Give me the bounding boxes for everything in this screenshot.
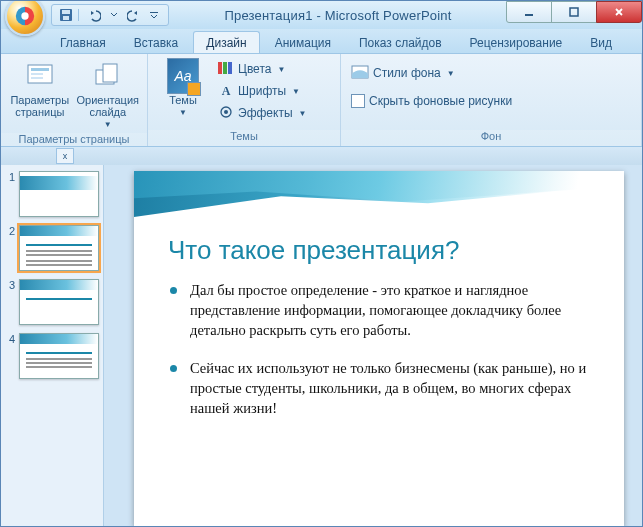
thumb-number: 2 [5, 225, 15, 237]
svg-rect-4 [63, 16, 69, 20]
minimize-button[interactable] [506, 1, 552, 23]
window-controls [507, 1, 642, 23]
svg-rect-7 [570, 8, 578, 16]
fonts-button[interactable]: A Шрифты ▼ [214, 80, 310, 102]
group-themes: Aa Темы ▼ Цвета ▼ A Шрифты ▼ [148, 54, 341, 146]
chevron-down-icon: ▼ [299, 109, 307, 118]
svg-rect-11 [31, 77, 43, 79]
chevron-down-icon: ▼ [447, 69, 455, 78]
qat-separator [78, 9, 82, 21]
thumb-number: 1 [5, 171, 15, 183]
slide-thumbnail-4[interactable] [19, 333, 99, 379]
save-icon[interactable] [58, 7, 74, 23]
thumb-number: 4 [5, 333, 15, 345]
svg-rect-3 [62, 10, 70, 14]
svg-point-1 [21, 12, 28, 19]
slide-thumbnail-1[interactable] [19, 171, 99, 217]
group-label-background: Фон [341, 130, 641, 146]
svg-rect-14 [218, 62, 222, 74]
svg-rect-15 [223, 62, 227, 74]
orientation-label: Ориентация слайда [77, 94, 139, 118]
themes-thumb-icon: Aa [167, 60, 199, 92]
orientation-icon [92, 60, 124, 92]
group-label-themes: Темы [148, 130, 340, 146]
close-button[interactable] [596, 1, 642, 23]
slide[interactable]: Что такое презентация? Дал бы простое оп… [134, 171, 624, 526]
tab-review[interactable]: Рецензирование [457, 31, 576, 53]
svg-rect-6 [525, 14, 533, 16]
tab-home[interactable]: Главная [47, 31, 119, 53]
slide-thumbnail-3[interactable] [19, 279, 99, 325]
orientation-button[interactable]: Ориентация слайда ▼ [75, 58, 141, 129]
effects-icon [218, 105, 234, 122]
tab-slideshow[interactable]: Показ слайдов [346, 31, 455, 53]
svg-rect-5 [150, 12, 158, 13]
app-window: Презентация1 - Microsoft PowerPoint Глав… [0, 0, 643, 527]
effects-button[interactable]: Эффекты ▼ [214, 102, 310, 124]
chevron-down-icon: ▼ [104, 120, 112, 129]
hide-bg-label: Скрыть фоновые рисунки [369, 94, 512, 108]
ribbon: Параметры страницы Ориентация слайда ▼ П… [1, 54, 642, 147]
slide-canvas[interactable]: Что такое презентация? Дал бы простое оп… [104, 165, 642, 526]
fonts-label: Шрифты [238, 84, 286, 98]
group-page-setup: Параметры страницы Ориентация слайда ▼ П… [1, 54, 148, 146]
colors-label: Цвета [238, 62, 271, 76]
colors-button[interactable]: Цвета ▼ [214, 58, 310, 80]
page-setup-button[interactable]: Параметры страницы [7, 58, 73, 118]
group-background: Стили фона ▼ Скрыть фоновые рисунки Фон [341, 54, 642, 146]
slide-thumbnails-pane: 1 2 3 4 [1, 165, 104, 526]
maximize-button[interactable] [551, 1, 597, 23]
bg-styles-icon [351, 65, 369, 82]
undo-icon[interactable] [86, 7, 102, 23]
qat-customize-icon[interactable] [146, 7, 162, 23]
effects-label: Эффекты [238, 106, 293, 120]
svg-rect-13 [103, 64, 117, 82]
themes-gallery-button[interactable]: Aa Темы ▼ [154, 58, 212, 117]
group-label-page-setup: Параметры страницы [1, 133, 147, 146]
svg-rect-9 [31, 68, 49, 71]
tab-view[interactable]: Вид [577, 31, 625, 53]
tab-insert[interactable]: Вставка [121, 31, 192, 53]
page-setup-icon [24, 60, 56, 92]
tab-design[interactable]: Дизайн [193, 31, 259, 53]
workspace: 1 2 3 4 [1, 165, 642, 526]
redo-icon[interactable] [126, 7, 142, 23]
chevron-down-icon: ▼ [277, 65, 285, 74]
slide-thumbnail-2[interactable] [19, 225, 99, 271]
bg-styles-label: Стили фона [373, 66, 441, 80]
page-setup-label: Параметры страницы [9, 94, 71, 118]
window-title: Презентация1 - Microsoft PowerPoint [169, 8, 507, 23]
quick-access-toolbar [51, 4, 169, 26]
chevron-down-icon: ▼ [292, 87, 300, 96]
title-bar: Презентация1 - Microsoft PowerPoint [1, 1, 642, 29]
ribbon-tabs: Главная Вставка Дизайн Анимация Показ сл… [1, 29, 642, 54]
svg-point-18 [224, 110, 228, 114]
chevron-down-icon: ▼ [179, 108, 187, 117]
colors-icon [218, 61, 234, 78]
checkbox-icon [351, 94, 365, 108]
outline-close-button[interactable]: x [56, 148, 74, 164]
slide-bullet[interactable]: Дал бы простое определение - это краткое… [186, 280, 594, 340]
thumb-number: 3 [5, 279, 15, 291]
svg-rect-10 [31, 73, 43, 75]
chevron-down-icon[interactable] [106, 7, 122, 23]
fonts-icon: A [218, 84, 234, 99]
tab-animations[interactable]: Анимация [262, 31, 344, 53]
slide-body[interactable]: Дал бы простое определение - это краткое… [168, 280, 600, 418]
document-strip: x [1, 147, 642, 165]
bg-styles-button[interactable]: Стили фона ▼ [347, 62, 459, 84]
slide-title[interactable]: Что такое презентация? [168, 235, 600, 266]
svg-rect-16 [228, 62, 232, 74]
slide-bullet[interactable]: Сейчас их используют не только бизнесмен… [186, 358, 594, 418]
hide-bg-checkbox[interactable]: Скрыть фоновые рисунки [347, 90, 516, 112]
